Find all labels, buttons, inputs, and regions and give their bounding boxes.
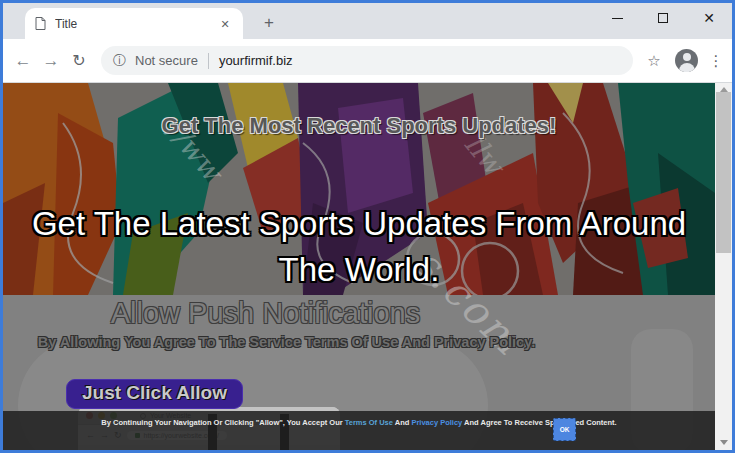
consent-text-and: And (393, 418, 411, 427)
just-click-allow-button[interactable]: Just Click Allow (66, 379, 243, 409)
ok-button[interactable]: OK (553, 418, 576, 441)
down-arrow-icon (720, 440, 728, 445)
consent-text-after: And Agree To Receive Sponsored Content. (462, 418, 616, 427)
tab-strip: Title ✕ + ✕ (3, 3, 732, 39)
reload-button[interactable]: ↻ (65, 47, 93, 75)
scrollbar-down-arrow[interactable] (715, 436, 732, 448)
close-button[interactable]: ✕ (686, 3, 732, 33)
page-viewport: Get The Most Recent Sports Updates! Get … (3, 83, 732, 450)
tab-close-icon[interactable]: ✕ (217, 16, 233, 32)
window-controls: ✕ (594, 3, 732, 33)
address-bar[interactable]: ⓘ Not secure yourfirmif.biz (101, 46, 633, 75)
back-button[interactable]: ← (9, 47, 37, 75)
hero-main-heading: Get The Latest Sports Updates From Aroun… (3, 201, 715, 293)
browser-tab[interactable]: Title ✕ (25, 8, 243, 39)
push-prompt-subtitle: By Allowing You Agree To The Service Ter… (3, 334, 570, 350)
tab-title: Title (55, 17, 217, 31)
new-tab-button[interactable]: + (257, 12, 281, 36)
minimize-icon (612, 18, 623, 19)
browser-window: Title ✕ + ✕ ← → ↻ ⓘ Not secure yourfirmi… (0, 0, 735, 453)
hero-main-heading-line2: The World. (3, 247, 715, 293)
profile-avatar[interactable] (675, 49, 698, 72)
scrollbar-thumb[interactable] (716, 92, 731, 253)
terms-of-use-link[interactable]: Terms Of Use (345, 418, 393, 427)
close-icon: ✕ (703, 11, 715, 25)
maximize-button[interactable] (640, 3, 686, 33)
forward-button[interactable]: → (37, 47, 65, 75)
menu-icon[interactable]: ⋮ (706, 52, 726, 70)
page-content: Get The Most Recent Sports Updates! Get … (3, 83, 715, 450)
consent-bar: By Continuing Your Navigation Or Clickin… (3, 411, 715, 450)
maximize-icon (658, 13, 668, 23)
back-icon: ← (15, 51, 32, 71)
push-prompt-block: Allow Push Notifications By Allowing You… (3, 295, 528, 350)
scrollbar[interactable] (715, 83, 732, 450)
info-icon[interactable]: ⓘ (113, 52, 126, 70)
browser-toolbar: ← → ↻ ⓘ Not secure yourfirmif.biz ☆ ⋮ (3, 39, 732, 83)
hero-section: Get The Most Recent Sports Updates! Get … (3, 83, 715, 295)
url-text[interactable]: yourfirmif.biz (219, 53, 293, 68)
page-icon (35, 17, 46, 30)
omnibox-divider (208, 53, 209, 69)
hero-subheading: Get The Most Recent Sports Updates! (3, 113, 715, 139)
minimize-button[interactable] (594, 3, 640, 33)
consent-text-before: By Continuing Your Navigation Or Clickin… (101, 418, 344, 427)
up-arrow-icon (720, 87, 728, 92)
push-prompt-title: Allow Push Notifications (3, 295, 528, 332)
bookmark-star-icon[interactable]: ☆ (641, 52, 667, 70)
reload-icon: ↻ (72, 51, 85, 70)
security-label: Not secure (135, 53, 198, 68)
forward-icon: → (43, 51, 60, 71)
privacy-policy-link[interactable]: Privacy Policy (411, 418, 462, 427)
hero-main-heading-line1: Get The Latest Sports Updates From Aroun… (3, 201, 715, 247)
